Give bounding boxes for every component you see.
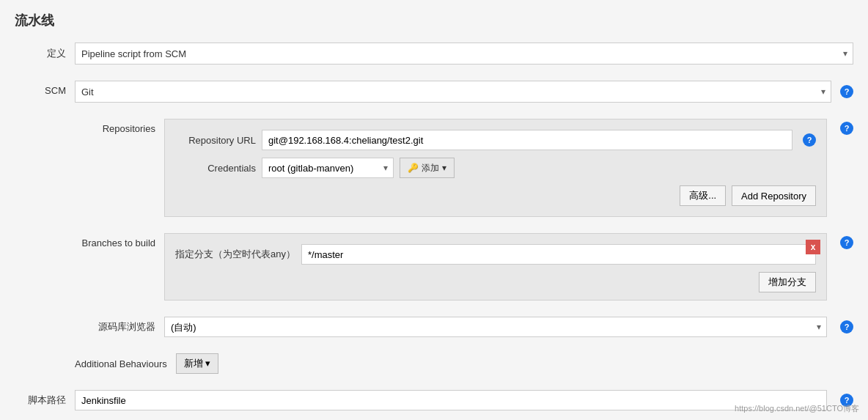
script-path-row: 脚本路径 ?: [15, 390, 853, 410]
scm-row: SCM Git None Subversion ▾ ?: [15, 81, 853, 103]
source-browser-help-icon[interactable]: ?: [840, 320, 853, 334]
additional-label: Additional Behaviours: [75, 358, 167, 369]
definition-row: 定义 Pipeline script from SCM Pipeline scr…: [15, 43, 853, 65]
key-icon: 🔑: [408, 163, 419, 173]
branch-input[interactable]: [301, 244, 816, 265]
add-repository-button[interactable]: Add Repository: [732, 185, 816, 206]
add-credentials-button[interactable]: 🔑 添加 ▾: [400, 158, 455, 178]
credentials-select[interactable]: root (gitlab-manven) - none -: [262, 158, 394, 178]
repositories-help-icon[interactable]: ?: [840, 122, 853, 135]
branch-field-row: 指定分支（为空时代表any）: [175, 244, 816, 265]
definition-select[interactable]: Pipeline script from SCM Pipeline script: [75, 43, 853, 65]
add-credentials-arrow: ▾: [442, 163, 446, 173]
repo-url-row: Repository URL ?: [175, 130, 816, 150]
definition-label: 定义: [15, 43, 66, 60]
repositories-section: Repositories Repository URL ? Credential…: [75, 119, 853, 217]
advanced-button[interactable]: 高级...: [680, 185, 726, 206]
action-buttons: 高级... Add Repository: [175, 185, 816, 206]
branches-content: x 指定分支（为空时代表any） 增加分支: [164, 233, 827, 301]
repositories-label: Repositories: [75, 119, 155, 134]
scm-content: Git None Subversion ▾ ?: [75, 81, 853, 103]
add-credentials-label: 添加: [422, 162, 439, 174]
definition-dropdown-wrapper: Pipeline script from SCM Pipeline script…: [75, 43, 853, 65]
form-section: 定义 Pipeline script from SCM Pipeline scr…: [15, 43, 853, 420]
branches-section: Branches to build x 指定分支（为空时代表any） 增加分支 …: [75, 233, 853, 301]
scm-dropdown-wrapper: Git None Subversion ▾: [75, 81, 831, 103]
branch-delete-button[interactable]: x: [806, 240, 820, 254]
page-container: 流水线 定义 Pipeline script from SCM Pipeline…: [0, 0, 868, 420]
watermark: https://blog.csdn.net/@51CTO博客: [735, 403, 859, 414]
add-branch-button[interactable]: 增加分支: [759, 272, 816, 292]
repo-url-label: Repository URL: [175, 135, 256, 146]
additional-behaviours-row: Additional Behaviours 新增 ▾: [75, 353, 853, 374]
scm-select[interactable]: Git None Subversion: [75, 81, 831, 103]
source-browser-select-wrapper: (自动) githubWeb gitoriousWeb ▾: [164, 317, 827, 337]
credentials-label: Credentials: [175, 163, 256, 174]
add-behaviour-label: 新增 ▾: [184, 357, 211, 370]
source-browser-row: 源码库浏览器 (自动) githubWeb gitoriousWeb ▾ ?: [75, 317, 853, 337]
script-path-label: 脚本路径: [15, 394, 66, 407]
script-path-input[interactable]: [75, 390, 827, 410]
repo-url-help-icon[interactable]: ?: [803, 133, 816, 147]
add-behaviour-button[interactable]: 新增 ▾: [176, 353, 219, 374]
source-browser-select[interactable]: (自动) githubWeb gitoriousWeb: [164, 317, 827, 337]
source-browser-label: 源码库浏览器: [75, 320, 155, 334]
scm-help-icon[interactable]: ?: [840, 85, 853, 98]
branch-field-label: 指定分支（为空时代表any）: [175, 248, 295, 261]
repo-url-input[interactable]: [262, 130, 792, 150]
branches-help-icon[interactable]: ?: [840, 236, 853, 249]
repositories-content: Repository URL ? Credentials root (gitla…: [164, 119, 827, 217]
definition-content: Pipeline script from SCM Pipeline script…: [75, 43, 853, 65]
credentials-select-wrapper: root (gitlab-manven) - none - ▾: [262, 158, 394, 178]
scm-label: SCM: [15, 81, 66, 96]
branches-label: Branches to build: [75, 233, 155, 248]
page-title: 流水线: [15, 12, 853, 29]
credentials-row: Credentials root (gitlab-manven) - none …: [175, 158, 816, 178]
